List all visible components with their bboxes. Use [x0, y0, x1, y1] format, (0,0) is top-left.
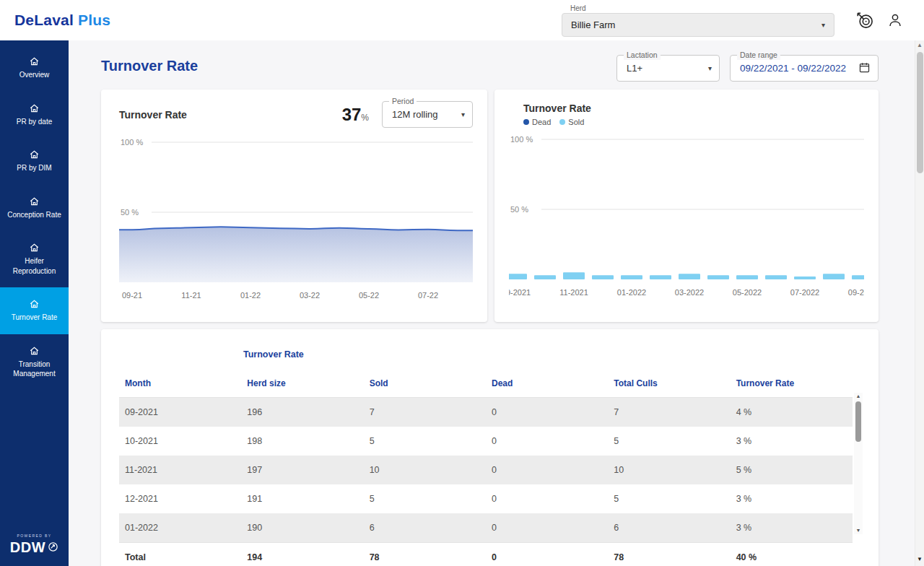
- svg-text:09-2022: 09-2022: [848, 288, 864, 297]
- legend-dot: [523, 119, 529, 125]
- column-header: Total Culls: [608, 370, 730, 398]
- legend-item-dead[interactable]: Dead: [523, 118, 551, 126]
- turnover-bar-chart: 100 %50 %09-202111-202101-202203-202205-…: [509, 131, 864, 302]
- legend-item-sold[interactable]: Sold: [559, 118, 584, 126]
- herd-select[interactable]: Billie Farm ▾: [562, 13, 834, 37]
- date-range-value: 09/22/2021 - 09/22/2022: [740, 63, 846, 74]
- powered-by-label: POWERED BY: [3, 534, 66, 538]
- lactation-select[interactable]: Lactation L1+ ▾: [616, 55, 720, 82]
- table-cell: Total: [119, 543, 241, 566]
- scroll-down-icon[interactable]: ▼: [856, 527, 861, 534]
- column-header: Turnover Rate: [731, 370, 853, 398]
- svg-text:50 %: 50 %: [510, 205, 528, 214]
- sidebar-item-overview[interactable]: Overview: [0, 45, 69, 92]
- svg-text:07-22: 07-22: [418, 291, 438, 300]
- chart-legend: DeadSold: [523, 118, 864, 126]
- sidebar-item-turnover-rate[interactable]: Turnover Rate: [0, 287, 69, 334]
- sidebar-item-heifer-reproduction[interactable]: Heifer Reproduction: [0, 231, 69, 287]
- period-select[interactable]: Period 12M rolling ▾: [382, 101, 473, 128]
- svg-text:09-2021: 09-2021: [509, 288, 531, 297]
- line-card-header: Turnover Rate 37% Period 12M rolling ▾: [119, 101, 473, 128]
- page-header: Turnover Rate Lactation L1+ ▾ Date range…: [101, 46, 879, 81]
- svg-text:01-22: 01-22: [240, 291, 261, 300]
- svg-text:11-2021: 11-2021: [559, 288, 588, 297]
- home-icon: [4, 299, 65, 309]
- chevron-down-icon: ▾: [708, 64, 712, 72]
- page-scrollbar-thumb[interactable]: [917, 52, 923, 173]
- table-cell: 7: [608, 398, 730, 427]
- date-range-input[interactable]: Date range 09/22/2021 - 09/22/2022: [730, 55, 879, 82]
- svg-text:01-2022: 01-2022: [617, 288, 646, 297]
- sidebar-item-label: Transition Management: [4, 360, 65, 379]
- bar-chart-title: Turnover Rate: [523, 103, 864, 114]
- brand-primary-text: DeLaval: [14, 12, 74, 28]
- svg-text:11-21: 11-21: [181, 291, 201, 300]
- table-cell: 78: [364, 543, 486, 566]
- page-scrollbar[interactable]: ▲ ▼: [915, 40, 924, 566]
- table-cell: 0: [486, 484, 608, 513]
- table-cell: 78: [608, 543, 730, 566]
- home-icon: [4, 346, 65, 356]
- sidebar-item-label: PR by date: [4, 117, 65, 127]
- column-header: Month: [119, 370, 241, 398]
- table-cell: 5: [608, 484, 730, 513]
- table-cell: 6: [364, 513, 486, 543]
- scroll-up-icon[interactable]: ▲: [856, 393, 861, 400]
- main-content: Turnover Rate Lactation L1+ ▾ Date range…: [69, 40, 924, 566]
- table-cell: 191: [241, 484, 363, 513]
- scroll-down-icon[interactable]: ▼: [917, 554, 923, 565]
- chevron-down-icon: ▾: [821, 21, 825, 29]
- table-cell: 196: [241, 398, 363, 427]
- lactation-label: Lactation: [624, 51, 661, 60]
- svg-text:100 %: 100 %: [121, 138, 143, 147]
- chevron-down-icon: ▾: [461, 110, 465, 118]
- topbar-actions: Herd Billie Farm ▾: [562, 4, 905, 37]
- line-chart-title: Turnover Rate: [119, 109, 187, 121]
- table-cell: 0: [486, 427, 608, 456]
- globe-arrow-icon: [48, 539, 58, 556]
- table-cell: 7: [364, 398, 486, 427]
- table-scrollbar-thumb[interactable]: [855, 401, 861, 442]
- sidebar-item-label: Heifer Reproduction: [4, 256, 65, 276]
- table-header-row: MonthHerd sizeSoldDeadTotal CullsTurnove…: [119, 370, 853, 398]
- page-title: Turnover Rate: [101, 58, 198, 81]
- table-cell: 40 %: [731, 543, 853, 566]
- herd-select-field: Herd Billie Farm ▾: [562, 4, 834, 37]
- sidebar-item-transition-management[interactable]: Transition Management: [0, 334, 69, 391]
- table-cell: 5: [364, 484, 486, 513]
- table-row: 09-20211967074 %: [119, 398, 853, 427]
- table-cell: 0: [486, 398, 608, 427]
- table-row: 12-20211915053 %: [119, 484, 853, 513]
- target-icon[interactable]: [855, 10, 875, 30]
- svg-text:03-22: 03-22: [300, 291, 320, 300]
- table-title: Turnover Rate: [243, 349, 864, 360]
- table-cell: 5: [364, 427, 486, 456]
- table-cell: 3 %: [731, 513, 853, 543]
- sidebar-item-pr-by-date[interactable]: PR by date: [0, 92, 69, 139]
- person-icon[interactable]: [885, 10, 905, 30]
- brand-secondary-text: Plus: [78, 12, 110, 28]
- table-cell: 0: [486, 456, 608, 484]
- column-header: Herd size: [241, 370, 363, 398]
- svg-text:100 %: 100 %: [510, 135, 533, 144]
- table-cell: 0: [486, 513, 608, 543]
- period-value: 12M rolling: [392, 109, 438, 120]
- table-scrollbar[interactable]: ▲ ▼: [854, 393, 863, 534]
- sidebar-item-pr-by-dim[interactable]: PR by DIM: [0, 138, 69, 185]
- table-cell: 12-2021: [119, 484, 241, 513]
- table-cell: 190: [241, 513, 363, 543]
- table-cell: 5: [608, 427, 730, 456]
- table-cell: 10: [364, 456, 486, 484]
- date-range-label: Date range: [737, 51, 780, 60]
- scroll-up-icon[interactable]: ▲: [917, 40, 923, 51]
- sidebar-item-conception-rate[interactable]: Conception Rate: [0, 185, 69, 232]
- table-cell: 5 %: [731, 456, 853, 484]
- table-cell: 198: [241, 427, 363, 456]
- home-icon: [4, 149, 65, 160]
- table-cell: 10: [608, 456, 730, 484]
- table-row: 01-20221906063 %: [119, 513, 853, 543]
- sidebar-items: OverviewPR by datePR by DIMConception Ra…: [0, 45, 69, 391]
- turnover-line-chart: 100 %50 %09-2111-2101-2203-2205-2207-22: [119, 134, 473, 305]
- svg-text:05-22: 05-22: [359, 291, 379, 300]
- home-icon: [4, 103, 65, 113]
